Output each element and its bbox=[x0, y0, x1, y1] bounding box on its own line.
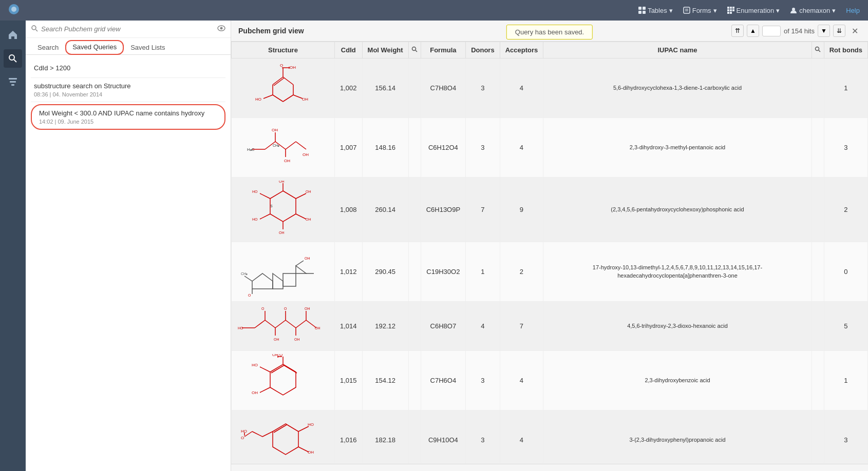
right-content: Pubchem grid view Query has been saved. … bbox=[231, 21, 868, 471]
svg-text:OH: OH bbox=[284, 159, 290, 163]
data-table-wrap[interactable]: Structure CdId Mol Weight Formula Donors… bbox=[231, 42, 868, 464]
nav-prev-button[interactable]: ▲ bbox=[747, 25, 759, 37]
app-logo bbox=[8, 4, 20, 17]
query-item-1[interactable]: substructure search on Structure08:36 | … bbox=[31, 78, 225, 102]
left-panel: Search Saved Queries Saved Lists CdId > … bbox=[26, 21, 231, 471]
svg-text:H₃C: H₃C bbox=[247, 147, 255, 152]
svg-line-87 bbox=[275, 320, 286, 328]
cdid-cell[interactable]: 1,015 bbox=[335, 351, 363, 410]
svg-line-24 bbox=[36, 30, 38, 32]
user-menu[interactable]: chemaxon ▾ bbox=[790, 7, 836, 14]
svg-text:HO: HO bbox=[255, 97, 261, 102]
enumeration-menu[interactable]: Enumeration ▾ bbox=[727, 7, 780, 14]
svg-rect-4 bbox=[638, 11, 641, 14]
empty-col-2 bbox=[812, 242, 824, 302]
nav-first-button[interactable]: ⇈ bbox=[731, 25, 744, 37]
tab-saved-queries[interactable]: Saved Queries bbox=[65, 40, 124, 55]
empty-col-2 bbox=[812, 302, 824, 351]
forms-menu[interactable]: Forms ▾ bbox=[683, 7, 717, 14]
empty-col-1 bbox=[408, 351, 421, 410]
svg-text:OH: OH bbox=[303, 152, 309, 157]
svg-text:HO: HO bbox=[238, 326, 243, 330]
grid-header: Pubchem grid view Query has been saved. … bbox=[231, 21, 868, 42]
svg-text:OH: OH bbox=[294, 338, 300, 341]
cdid-cell[interactable]: 1,002 bbox=[335, 58, 363, 118]
rot-bonds-cell: 3 bbox=[824, 118, 867, 178]
svg-rect-16 bbox=[730, 12, 732, 14]
donors-cell: 3 bbox=[466, 118, 500, 178]
iupac-cell: (2,3,4,5,6-pentahydroxycyclohexoxy)phosp… bbox=[543, 178, 812, 242]
col-iupac-search-icon[interactable] bbox=[812, 42, 824, 58]
svg-text:OH: OH bbox=[302, 97, 308, 102]
svg-rect-15 bbox=[727, 12, 729, 14]
mol-weight-cell: 154.12 bbox=[362, 351, 408, 410]
col-mol-weight-search-icon[interactable] bbox=[408, 42, 421, 58]
mol-weight-cell: 156.14 bbox=[362, 58, 408, 118]
svg-line-28 bbox=[416, 50, 417, 52]
acceptors-cell: 7 bbox=[500, 302, 543, 351]
svg-line-116 bbox=[274, 425, 287, 433]
help-link[interactable]: Help bbox=[846, 7, 860, 14]
cdid-cell[interactable]: 1,014 bbox=[335, 302, 363, 351]
svg-text:O: O bbox=[261, 307, 265, 310]
svg-line-117 bbox=[262, 431, 273, 437]
empty-col-1 bbox=[408, 118, 421, 178]
query-item-2[interactable]: Mol Weight < 300.0 AND IUPAC name contai… bbox=[31, 104, 225, 130]
iupac-cell: 2,3-dihydroxybenzoic acid bbox=[543, 351, 812, 410]
empty-col-1 bbox=[408, 58, 421, 118]
close-button[interactable]: ✕ bbox=[848, 25, 861, 37]
mol-weight-cell: 290.45 bbox=[362, 242, 408, 302]
sidebar-icon-search[interactable] bbox=[4, 49, 22, 68]
acceptors-cell: 4 bbox=[500, 410, 543, 464]
donors-cell: 1 bbox=[466, 242, 500, 302]
rot-bonds-cell: 1 bbox=[824, 351, 867, 410]
query-item-0[interactable]: CdId > 1200 bbox=[31, 60, 225, 78]
svg-marker-75 bbox=[283, 273, 296, 286]
page-input[interactable]: 1 bbox=[762, 26, 781, 36]
cdid-cell[interactable]: 1,012 bbox=[335, 242, 363, 302]
iupac-cell: 4,5,6-trihydroxy-2,3-dioxo-hexanoic acid bbox=[543, 302, 812, 351]
svg-line-62 bbox=[296, 214, 306, 219]
empty-col-1 bbox=[408, 178, 421, 242]
mol-weight-cell: 148.16 bbox=[362, 118, 408, 178]
nav-last-button[interactable]: ⇊ bbox=[833, 25, 845, 37]
table-row: HO O HO OH 1,016182.18C9H10O4343-(2,3-di… bbox=[232, 410, 868, 464]
svg-marker-73 bbox=[252, 273, 273, 289]
eye-icon[interactable] bbox=[217, 25, 225, 33]
nav-next-button[interactable]: ▼ bbox=[818, 25, 830, 37]
search-input[interactable] bbox=[41, 25, 214, 33]
tab-search[interactable]: Search bbox=[31, 40, 65, 55]
sidebar-icon-filter[interactable] bbox=[4, 73, 22, 91]
col-rot-bonds: Rot bonds bbox=[824, 42, 867, 58]
formula-cell: C6H12O4 bbox=[421, 118, 465, 178]
formula-cell: C6H8O7 bbox=[421, 302, 465, 351]
cdid-cell[interactable]: 1,008 bbox=[335, 178, 363, 242]
col-donors: Donors bbox=[466, 42, 500, 58]
col-formula: Formula bbox=[421, 42, 465, 58]
structure-cell-6: HO O HO OH bbox=[232, 410, 335, 464]
toast-notification: Query has been saved. bbox=[506, 25, 593, 40]
cdid-cell[interactable]: 1,007 bbox=[335, 118, 363, 178]
svg-text:HO: HO bbox=[252, 363, 258, 367]
icon-sidebar bbox=[0, 21, 26, 471]
table-row: OH OH OH HO HO OH S 1,008260.14C6H13O9P7… bbox=[232, 178, 868, 242]
col-cdid: CdId bbox=[335, 42, 363, 58]
query-list: CdId > 1200substructure search on Struct… bbox=[26, 55, 231, 471]
svg-rect-2 bbox=[638, 7, 641, 10]
col-structure: Structure bbox=[232, 42, 335, 58]
svg-line-85 bbox=[255, 320, 265, 328]
tables-menu[interactable]: Tables ▾ bbox=[638, 7, 673, 14]
table-row: O OH HO OH 1,015154.12C7H6O4342,3-dihydr… bbox=[232, 351, 868, 410]
grid-nav: ⇈ ▲ 1 of 154 hits ▼ ⇊ ✕ bbox=[731, 25, 861, 37]
svg-text:OH: OH bbox=[315, 326, 320, 330]
tab-saved-lists[interactable]: Saved Lists bbox=[124, 40, 172, 55]
formula-cell: C7H8O4 bbox=[421, 58, 465, 118]
empty-col-2 bbox=[812, 58, 824, 118]
mol-weight-cell: 192.12 bbox=[362, 302, 408, 351]
svg-rect-20 bbox=[9, 78, 17, 80]
cdid-cell[interactable]: 1,016 bbox=[335, 410, 363, 464]
col-mol-weight: Mol Weight bbox=[362, 42, 408, 58]
sidebar-icon-home[interactable] bbox=[4, 26, 22, 44]
rot-bonds-cell: 5 bbox=[824, 302, 867, 351]
horizontal-scrollbar[interactable] bbox=[231, 464, 868, 471]
